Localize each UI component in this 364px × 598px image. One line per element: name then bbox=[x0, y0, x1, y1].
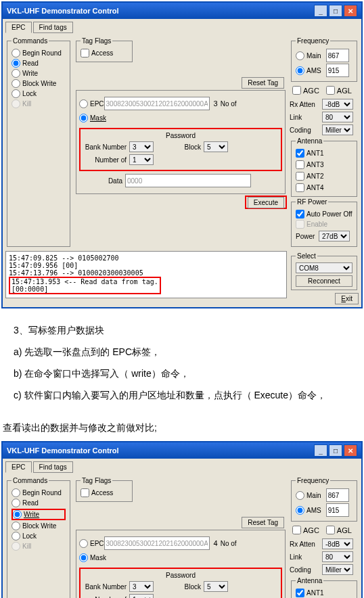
freq-ams[interactable] bbox=[296, 66, 304, 75]
agl-chk[interactable] bbox=[326, 86, 335, 95]
cmd-write-2[interactable] bbox=[13, 510, 22, 519]
access-checkbox-2[interactable] bbox=[81, 488, 89, 497]
coding-sel-2[interactable]: Miller 2 bbox=[322, 564, 353, 575]
ant1[interactable] bbox=[296, 149, 304, 158]
freq-ams-2[interactable] bbox=[296, 506, 304, 515]
cmd-lock[interactable] bbox=[12, 89, 20, 98]
ant1-2[interactable] bbox=[296, 589, 304, 597]
power-sel[interactable]: 27dBm bbox=[319, 231, 350, 242]
epc-radio-2[interactable] bbox=[79, 539, 88, 548]
mask-radio[interactable] bbox=[79, 114, 88, 122]
coding-sel[interactable]: Miller 2 bbox=[322, 124, 353, 135]
enable bbox=[296, 220, 304, 229]
title: VKL-UHF Demonstrator Control bbox=[7, 7, 119, 15]
execute-button[interactable]: Execute bbox=[248, 197, 284, 208]
tab-epc[interactable]: EPC bbox=[5, 22, 32, 33]
cmd-begin[interactable] bbox=[12, 49, 20, 58]
tab-findtags[interactable]: Find tags bbox=[33, 22, 73, 33]
epc-input[interactable] bbox=[104, 97, 210, 110]
rxatten-sel[interactable]: -8dB bbox=[322, 99, 353, 110]
antenna-legend: Antenna bbox=[296, 137, 323, 145]
cmd-read-2[interactable] bbox=[12, 499, 20, 507]
com-sel[interactable]: COM8 bbox=[296, 262, 352, 273]
cmd-read[interactable] bbox=[12, 59, 20, 68]
titlebar: VKL-UHF Demonstrator Control _ □ ✕ bbox=[3, 3, 361, 19]
access-checkbox[interactable] bbox=[81, 49, 89, 58]
tagflags-legend: Tag Flags bbox=[81, 37, 112, 45]
rxatten-sel-2[interactable]: -8dB bbox=[322, 538, 353, 549]
cmd-lock-2[interactable] bbox=[12, 532, 20, 540]
reset-tag-button-2[interactable]: Reset Tag bbox=[242, 517, 284, 528]
freq-main[interactable] bbox=[296, 51, 304, 60]
autopower[interactable] bbox=[296, 210, 304, 218]
ant2[interactable] bbox=[296, 172, 304, 181]
exit-btn[interactable]: Exit bbox=[335, 293, 359, 304]
data-input[interactable] bbox=[125, 174, 251, 187]
cmd-blockwrite[interactable] bbox=[12, 79, 20, 88]
select-legend: Select bbox=[296, 252, 317, 260]
agl-chk-2[interactable] bbox=[326, 526, 335, 534]
mask-radio-2[interactable] bbox=[79, 553, 88, 562]
minimize-button[interactable]: _ bbox=[314, 5, 327, 17]
tab-epc-2[interactable]: EPC bbox=[5, 461, 32, 473]
epc-input-2[interactable] bbox=[104, 536, 210, 550]
agc-chk[interactable] bbox=[292, 86, 301, 95]
reconnect-btn[interactable]: Reconnect bbox=[296, 275, 352, 287]
password-label: Password bbox=[83, 132, 278, 139]
cmd-kill-2 bbox=[12, 542, 20, 551]
link-sel[interactable]: 80 bbox=[322, 112, 353, 122]
ant4[interactable] bbox=[296, 183, 304, 192]
reset-tag-button[interactable]: Reset Tag bbox=[242, 77, 284, 89]
cmd-write[interactable] bbox=[12, 69, 20, 78]
titlebar-2: VKL-UHF Demonstrator Control _ □ ✕ bbox=[3, 442, 361, 459]
epc-radio[interactable] bbox=[79, 99, 88, 108]
doc-text: 3、写标签用户数据块 a) 先选取一张盘点到的 EPC标签， b) 在命令窗口中… bbox=[0, 310, 364, 417]
cmd-kill bbox=[12, 99, 20, 108]
tab-findtags-2[interactable]: Find tags bbox=[33, 461, 73, 473]
numof-select-2[interactable]: 1 bbox=[129, 594, 154, 598]
ant3[interactable] bbox=[296, 160, 304, 169]
maximize-button-2[interactable]: □ bbox=[329, 444, 342, 457]
close-button-2[interactable]: ✕ bbox=[344, 444, 357, 457]
block-select-2[interactable]: 5 bbox=[204, 581, 228, 592]
cmd-blockwrite-2[interactable] bbox=[12, 522, 20, 530]
cmd-begin-2[interactable] bbox=[12, 488, 20, 497]
link-sel-2[interactable]: 80 bbox=[322, 551, 353, 562]
freq-main-2[interactable] bbox=[296, 491, 304, 500]
agc-chk-2[interactable] bbox=[292, 526, 301, 534]
rfpower-legend: RF Power bbox=[296, 198, 328, 206]
log-area: 15:47:09.825 --> 0105002700 15:47:09.956… bbox=[5, 251, 287, 298]
commands-legend: Commands bbox=[12, 37, 49, 45]
freq-legend: Frequency bbox=[296, 37, 330, 45]
bank-select-2[interactable]: 3 bbox=[129, 581, 154, 592]
close-button[interactable]: ✕ bbox=[344, 5, 357, 17]
block-select[interactable]: 5 bbox=[204, 141, 228, 152]
minimize-button-2[interactable]: _ bbox=[314, 444, 327, 457]
bank-select[interactable]: 3 bbox=[129, 141, 154, 152]
numof-select[interactable]: 1 bbox=[129, 154, 154, 165]
maximize-button[interactable]: □ bbox=[329, 5, 342, 17]
